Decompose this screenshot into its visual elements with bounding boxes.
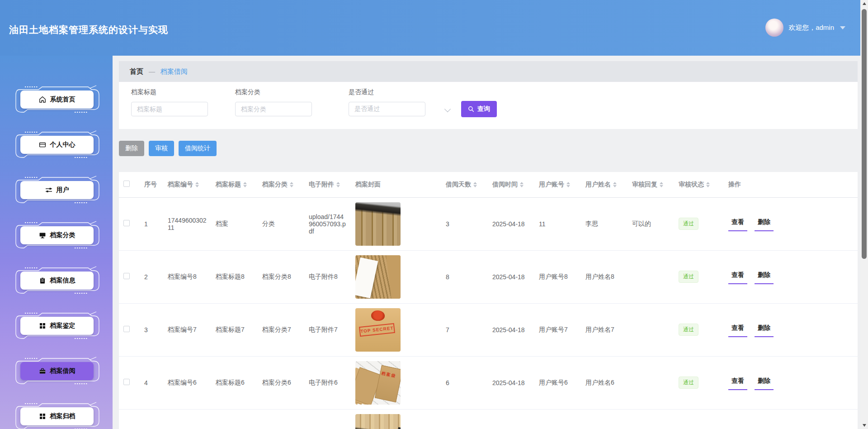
sliders-icon [45, 186, 52, 194]
sidebar-item-pill[interactable]: 用户 [20, 181, 94, 199]
user-block[interactable]: 欢迎您，admin [765, 19, 845, 37]
select-all-checkbox[interactable] [123, 181, 130, 187]
column-header-name[interactable]: 用户姓名 [581, 172, 627, 197]
cell-cover: 档案袋 [351, 356, 441, 409]
sidebar-item-pill[interactable]: 档案信息 [20, 272, 94, 290]
scroll-up-button[interactable] [860, 0, 868, 7]
archive-category-input[interactable] [235, 102, 312, 116]
sidebar-item-pill[interactable]: 档案归档 [20, 407, 94, 425]
sidebar-item-pill[interactable]: 个人中心 [20, 136, 94, 154]
briefcase-icon [39, 367, 46, 375]
sidebar-item-user[interactable]: 用户 [11, 176, 102, 205]
cell-reply [627, 250, 674, 303]
delete-button[interactable]: 删除 [119, 141, 144, 156]
view-button[interactable]: 查看 [728, 216, 747, 231]
sort-icon[interactable] [706, 182, 710, 187]
pass-status-select[interactable]: 是否通过 [349, 102, 425, 116]
cell-reply [627, 303, 674, 356]
column-header-category[interactable]: 档案分类 [258, 172, 304, 197]
sidebar-item-label: 系统首页 [50, 95, 75, 104]
cell-attachment: 电子附件6 [304, 356, 351, 409]
sidebar-item-label: 用户 [57, 186, 69, 194]
row-delete-button[interactable]: 删除 [755, 375, 774, 390]
sidebar-item-archive-category[interactable]: 档案分类 [11, 221, 102, 250]
search-button[interactable]: 查询 [461, 101, 497, 117]
column-label: 操作 [728, 181, 741, 188]
breadcrumb-home[interactable]: 首页 [130, 67, 143, 76]
cell-account: 11 [534, 197, 581, 250]
sidebar-item-pill[interactable]: 档案分类 [20, 226, 94, 244]
column-header-attachment[interactable]: 电子附件 [304, 172, 351, 197]
status-badge: 通过 [679, 271, 698, 283]
column-header-time[interactable]: 借阅时间 [488, 172, 534, 197]
sort-icon[interactable] [613, 182, 617, 187]
row-delete-button[interactable]: 删除 [755, 322, 774, 337]
row-checkbox[interactable] [123, 326, 130, 332]
sidebar-item-archive-filing[interactable]: 档案归档 [11, 402, 102, 429]
sidebar-item-archive-appraisal[interactable]: 档案鉴定 [11, 311, 102, 340]
sort-icon[interactable] [195, 182, 199, 187]
vertical-scrollbar[interactable] [860, 0, 868, 429]
view-button[interactable]: 查看 [728, 375, 747, 390]
sidebar: 系统首页个人中心用户档案分类档案信息档案鉴定档案借阅档案归档 [0, 56, 113, 429]
column-header-title[interactable]: 档案标题 [211, 172, 258, 197]
sort-icon[interactable] [660, 182, 663, 187]
sidebar-item-label: 档案信息 [50, 276, 75, 285]
sidebar-item-archive-borrow[interactable]: 档案借阅 [11, 357, 102, 386]
sort-icon[interactable] [243, 182, 247, 187]
column-header-status[interactable]: 审核状态 [674, 172, 724, 197]
sort-icon[interactable] [566, 182, 570, 187]
archive-title-label: 档案标题 [131, 88, 156, 96]
archive-cover-image [355, 202, 401, 246]
grid-icon [39, 413, 46, 420]
breadcrumb-current[interactable]: 档案借阅 [160, 67, 188, 76]
row-checkbox[interactable] [123, 379, 130, 385]
view-button[interactable]: 查看 [728, 322, 747, 337]
avatar[interactable] [765, 19, 783, 37]
view-button[interactable]: 查看 [728, 269, 747, 284]
column-header-account[interactable]: 用户账号 [534, 172, 581, 197]
sort-icon[interactable] [520, 182, 524, 187]
chevron-down-icon[interactable] [840, 26, 845, 29]
sidebar-item-profile[interactable]: 个人中心 [11, 130, 102, 159]
select-chevron-down-icon[interactable] [444, 106, 451, 112]
column-header-reply[interactable]: 审核回复 [627, 172, 674, 197]
archive-category-label: 档案分类 [235, 88, 260, 96]
column-label: 审核回复 [632, 181, 657, 188]
table-body: 11744960030211档案分类upload/1744960057093.p… [119, 197, 858, 429]
audit-button[interactable]: 审核 [149, 141, 174, 156]
sidebar-item-pill[interactable]: 档案借阅 [20, 362, 94, 380]
cell-days: 7 [441, 303, 488, 356]
scrollbar-thumb[interactable] [862, 9, 867, 259]
cell-category: 档案分类8 [258, 250, 304, 303]
cell-index: 2 [140, 250, 163, 303]
cell-account: 用户账号5 [534, 409, 581, 429]
sort-icon[interactable] [473, 182, 477, 187]
cell-name: 李思 [581, 197, 627, 250]
column-header-no[interactable]: 档案编号 [163, 172, 211, 197]
sidebar-item-archive-info[interactable]: 档案信息 [11, 266, 102, 295]
welcome-text: 欢迎您，admin [788, 24, 834, 32]
sidebar-item-pill[interactable]: 档案鉴定 [20, 317, 94, 335]
scroll-down-button[interactable] [860, 422, 868, 429]
sidebar-item-label: 个人中心 [50, 141, 75, 149]
borrow-stats-button[interactable]: 借阅统计 [179, 141, 217, 156]
column-header-select[interactable] [119, 172, 140, 197]
cell-name: 用户姓名8 [581, 250, 627, 303]
cell-category: 分类 [258, 197, 304, 250]
archive-title-input[interactable] [131, 102, 208, 116]
column-header-days[interactable]: 借阅天数 [441, 172, 488, 197]
cover-text: 档案袋 [378, 370, 399, 380]
cell-category: 档案分类6 [258, 356, 304, 409]
row-delete-button[interactable]: 删除 [755, 216, 774, 231]
sort-icon[interactable] [290, 182, 293, 187]
row-checkbox[interactable] [123, 220, 130, 226]
sort-icon[interactable] [336, 182, 340, 187]
cell-index: 3 [140, 303, 163, 356]
table-row: 5档案编号5档案标题5档案分类5电子附件552025-04-18用户账号5用户姓… [119, 409, 858, 429]
table-row: 3档案编号7档案标题7档案分类7电子附件7TOP SECRET72025-04-… [119, 303, 858, 356]
sidebar-item-home[interactable]: 系统首页 [11, 85, 102, 114]
row-delete-button[interactable]: 删除 [755, 269, 774, 284]
row-checkbox[interactable] [123, 273, 130, 279]
sidebar-item-pill[interactable]: 系统首页 [20, 91, 94, 109]
